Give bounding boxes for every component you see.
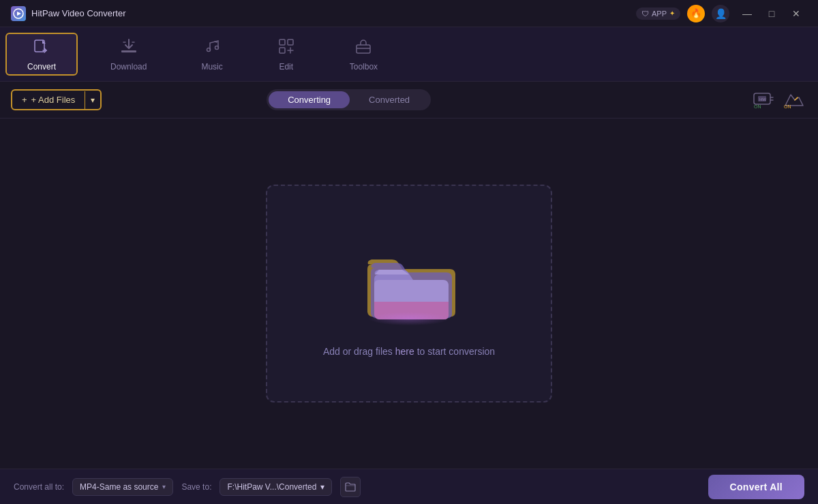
add-files-label: + Add Files xyxy=(31,95,76,105)
nav-item-convert[interactable]: Convert xyxy=(5,33,78,76)
titlebar: HitPaw Video Converter 🛡 APP ✦ 🔥 👤 — □ ✕ xyxy=(0,0,818,27)
titlebar-left: HitPaw Video Converter xyxy=(11,6,126,21)
music-nav-icon xyxy=(203,37,221,58)
folder-illustration xyxy=(354,230,464,332)
convert-nav-icon xyxy=(33,37,50,58)
nav-item-toolbox[interactable]: Toolbox xyxy=(322,27,405,81)
app-title: HitPaw Video Converter xyxy=(31,8,126,18)
nav-item-music[interactable]: Music xyxy=(174,27,249,81)
user-icon[interactable]: 👤 xyxy=(712,5,729,22)
tab-converting[interactable]: Converting xyxy=(269,91,350,108)
content-area: Add or drag files here to start conversi… xyxy=(0,119,818,469)
toolbox-nav-icon xyxy=(354,37,372,58)
nav-item-edit[interactable]: Edit xyxy=(250,27,322,81)
save-to-label: Save to: xyxy=(181,482,211,492)
hw-accel-icon[interactable]: HW ON xyxy=(753,91,777,110)
svg-point-4 xyxy=(207,48,211,51)
download-nav-label: Download xyxy=(110,62,147,72)
music-nav-label: Music xyxy=(201,62,222,72)
svg-rect-7 xyxy=(288,40,293,45)
open-folder-button[interactable] xyxy=(340,477,361,497)
star-icon: ✦ xyxy=(669,10,675,17)
navbar: Convert Download Music xyxy=(0,27,818,82)
path-dropdown-arrow: ▾ xyxy=(320,482,324,492)
download-nav-icon xyxy=(120,37,138,58)
window-controls: — □ ✕ xyxy=(736,5,807,22)
toolbar: + + Add Files ▾ Converting Converted HW … xyxy=(0,82,818,119)
close-button[interactable]: ✕ xyxy=(785,5,807,22)
format-value: MP4-Same as source xyxy=(80,482,158,492)
app-badge[interactable]: 🛡 APP ✦ xyxy=(636,7,680,20)
path-value: F:\HitPaw V...\Converted xyxy=(227,482,316,492)
add-files-main[interactable]: + + Add Files xyxy=(12,91,85,109)
drop-zone[interactable]: Add or drag files here to start conversi… xyxy=(266,185,552,403)
drop-text: Add or drag files here to start conversi… xyxy=(323,346,495,357)
app-logo xyxy=(11,6,26,21)
speed-icon[interactable]: ON xyxy=(783,91,807,110)
orange-icon[interactable]: 🔥 xyxy=(687,5,705,22)
edit-nav-label: Edit xyxy=(279,62,293,72)
svg-rect-8 xyxy=(279,48,285,53)
svg-marker-1 xyxy=(17,12,21,16)
svg-rect-3 xyxy=(121,50,136,52)
svg-point-5 xyxy=(215,46,219,49)
svg-rect-6 xyxy=(279,40,285,45)
toolbox-nav-label: Toolbox xyxy=(350,62,378,72)
svg-text:HW: HW xyxy=(759,97,766,101)
save-path-selector[interactable]: F:\HitPaw V...\Converted ▾ xyxy=(219,478,332,496)
format-dropdown-arrow: ▾ xyxy=(162,483,166,490)
footer: Convert all to: MP4-Same as source ▾ Sav… xyxy=(0,469,818,504)
badge-icon: 🛡 xyxy=(641,10,649,18)
edit-nav-icon xyxy=(277,37,295,58)
tab-converted[interactable]: Converted xyxy=(350,91,429,108)
plus-icon: + xyxy=(22,95,27,105)
svg-text:ON: ON xyxy=(754,104,761,109)
minimize-button[interactable]: — xyxy=(736,5,758,22)
svg-text:ON: ON xyxy=(784,104,791,109)
tab-switcher: Converting Converted xyxy=(267,89,431,110)
format-select[interactable]: MP4-Same as source ▾ xyxy=(72,478,173,496)
convert-nav-label: Convert xyxy=(27,62,56,72)
toolbar-right: HW ON ON xyxy=(753,91,807,110)
add-files-button[interactable]: + + Add Files ▾ xyxy=(11,89,102,110)
nav-item-download[interactable]: Download xyxy=(83,27,174,81)
svg-rect-9 xyxy=(357,45,370,53)
badge-label: APP xyxy=(652,10,667,18)
convert-all-to-label: Convert all to: xyxy=(14,482,64,492)
convert-all-button[interactable]: Convert All xyxy=(708,475,804,499)
add-files-dropdown-arrow[interactable]: ▾ xyxy=(85,91,100,109)
titlebar-right: 🛡 APP ✦ 🔥 👤 — □ ✕ xyxy=(636,5,807,22)
folder-glow xyxy=(368,312,450,326)
maximize-button[interactable]: □ xyxy=(761,5,783,22)
